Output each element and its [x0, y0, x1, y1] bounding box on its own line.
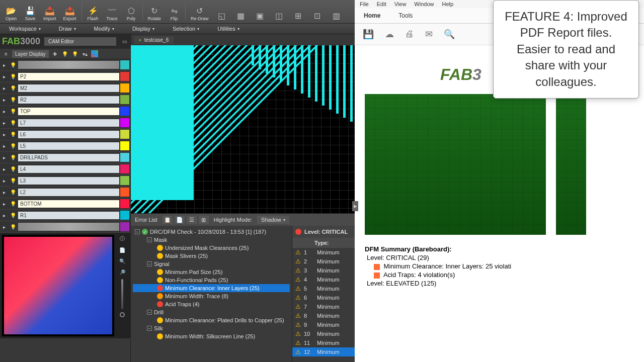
color-swatch[interactable]	[120, 72, 129, 81]
toolbar-re-draw[interactable]: ↺Re-Draw	[188, 1, 212, 22]
report-icon[interactable]: 📄	[175, 216, 185, 224]
color-swatch[interactable]	[120, 164, 129, 173]
print-icon[interactable]: 🖨	[405, 29, 414, 40]
bulb-icon[interactable]: 💡	[8, 97, 18, 103]
tree-item[interactable]: Minimum Clearance: Inner Layers (25)	[133, 284, 290, 292]
carets-icon[interactable]: ▾▴	[81, 50, 89, 58]
doc-icon[interactable]: 📄	[118, 246, 126, 254]
bulb-icon[interactable]: 💡	[8, 178, 18, 184]
toolbar-open[interactable]: 📂Open	[2, 1, 20, 22]
pdf-menu-edit[interactable]: Edit	[377, 1, 386, 7]
detail-row[interactable]: ⚠3Minimum	[292, 266, 355, 275]
pcb-thumbnail[interactable]	[2, 235, 114, 336]
color-swatch[interactable]	[120, 141, 129, 150]
toolbar-btn[interactable]: ▦	[232, 1, 250, 22]
tree-item[interactable]: Undersized Mask Clearances (25)	[133, 244, 290, 252]
layer-row[interactable]: ▸💡M2	[0, 82, 130, 94]
layers-icon[interactable]: ≡	[2, 50, 10, 58]
toolbar-flash[interactable]: ⚡Flash	[84, 1, 102, 22]
menu-draw[interactable]: Draw	[50, 24, 85, 34]
detail-row[interactable]: ⚠2Minimum	[292, 257, 355, 266]
toolbar-trace[interactable]: 〰Trace	[103, 1, 121, 22]
toolbar-btn[interactable]: ⊡	[308, 1, 327, 22]
expand-handle-icon[interactable]: ▶	[352, 201, 358, 211]
detail-row[interactable]: ⚠7Minimum	[292, 302, 355, 311]
toolbar-export[interactable]: 📤Export	[60, 1, 79, 22]
layer-row[interactable]: ▸💡TOP	[0, 106, 130, 117]
pdf-tab-tools[interactable]: Tools	[389, 8, 422, 23]
layer-row[interactable]: ▸💡L3	[0, 175, 130, 187]
bulb-icon[interactable]: 💡	[8, 213, 18, 218]
detail-row[interactable]: ⚠8Minimum	[292, 311, 355, 320]
bulb-off-icon[interactable]: 💡	[71, 50, 79, 58]
color-swatch[interactable]	[120, 95, 129, 104]
tree-item[interactable]: Minimum Clearance: Plated Drills to Copp…	[133, 316, 290, 324]
menu-selection[interactable]: Selection	[164, 24, 208, 34]
layer-row[interactable]: ▸💡L7	[0, 117, 130, 129]
toolbar-btn[interactable]: ▥	[328, 1, 346, 22]
layer-row[interactable]: ▸💡	[0, 221, 130, 233]
chevron-icon[interactable]: ▸	[0, 84, 8, 92]
color-swatch[interactable]	[120, 188, 129, 197]
menu-display[interactable]: Display	[123, 24, 164, 34]
chevron-icon[interactable]: ▸	[0, 61, 8, 69]
doc-tab[interactable]: testcase_6	[134, 36, 174, 44]
toolbar-btn[interactable]: ◫	[270, 1, 288, 22]
color-swatch[interactable]	[120, 130, 129, 139]
tree-item[interactable]: Acid Traps (4)	[133, 300, 290, 308]
detail-row[interactable]: ⚠4Minimum	[292, 275, 355, 284]
layer-row[interactable]: ▸💡BOTTOM	[0, 198, 130, 210]
export-icon[interactable]: 📋	[163, 216, 173, 224]
bulb-icon[interactable]: 💡	[8, 62, 18, 68]
bulb-icon[interactable]: 💡	[8, 201, 18, 207]
bulb-icon[interactable]: 💡	[8, 120, 18, 126]
layer-row[interactable]: ▸💡	[0, 59, 130, 71]
zoom-out-icon[interactable]: 🔎	[118, 268, 126, 276]
bulb-icon[interactable]: 💡	[8, 85, 18, 91]
detail-row[interactable]: ⚠9Minimum	[292, 320, 355, 329]
menu-modify[interactable]: Modify	[85, 24, 123, 34]
layer-row[interactable]: ▸💡R1	[0, 210, 130, 221]
pdf-menu-view[interactable]: View	[394, 1, 407, 7]
color-swatch[interactable]	[120, 211, 129, 220]
toolbar-flip[interactable]: ⇋Flip	[165, 1, 183, 22]
menu-utilities[interactable]: Utilities	[208, 24, 248, 34]
chevron-icon[interactable]: ▸	[0, 188, 8, 196]
detail-row[interactable]: ⚠1Minimum	[292, 248, 355, 257]
chevron-icon[interactable]: ▸	[0, 200, 8, 208]
bulb-icon[interactable]: 💡	[61, 50, 69, 58]
color-swatch[interactable]	[120, 199, 129, 208]
cloud-icon[interactable]: ☁	[385, 29, 394, 40]
layer-row[interactable]: ▸💡L6	[0, 129, 130, 140]
zoom-in-icon[interactable]: 🔍	[118, 257, 126, 265]
bulb-icon[interactable]: 💡	[8, 224, 18, 230]
chevron-icon[interactable]: ▸	[0, 107, 8, 115]
color-swatch[interactable]	[120, 107, 129, 116]
chevron-icon[interactable]: ▸	[0, 176, 8, 185]
drc-root[interactable]: −✓ DRC/DFM Check - 10/28/2018 - 13:53 [1…	[133, 228, 290, 236]
layer-row[interactable]: ▸💡L5	[0, 140, 130, 152]
tree-item[interactable]: Minimum Pad Size (25)	[133, 268, 290, 276]
toolbar-import[interactable]: 📥Import	[40, 1, 59, 22]
bulb-icon[interactable]: 💡	[8, 190, 18, 195]
mail-icon[interactable]: ✉	[425, 29, 433, 40]
tree-group-signal[interactable]: − Signal	[133, 260, 290, 268]
color-swatch[interactable]	[120, 83, 129, 93]
chevron-icon[interactable]: ▸	[0, 96, 8, 104]
chevron-icon[interactable]: ▸	[0, 165, 8, 173]
collapse-icon[interactable]: ▭	[120, 38, 128, 46]
detail-row[interactable]: ⚠11Minimum	[292, 338, 355, 347]
tree-group-drill[interactable]: − Drill	[133, 308, 290, 316]
detail-row[interactable]: ⚠5Minimum	[292, 284, 355, 293]
layer-row[interactable]: ▸💡DRILLPADS	[0, 152, 130, 163]
pdf-tab-home[interactable]: Home	[355, 8, 389, 23]
save-icon[interactable]: 💾	[363, 29, 374, 40]
highlight-mode-select[interactable]: Shadow	[257, 216, 289, 224]
detail-row[interactable]: ⚠10Minimum	[292, 329, 355, 338]
chevron-icon[interactable]: ▸	[0, 72, 8, 80]
bulb-icon[interactable]: 💡	[8, 109, 18, 114]
layer-row[interactable]: ▸💡P2	[0, 71, 130, 82]
color-swatch[interactable]	[120, 60, 129, 69]
bulb-icon[interactable]: 💡	[8, 143, 18, 149]
chevron-icon[interactable]: ▸	[0, 153, 8, 161]
